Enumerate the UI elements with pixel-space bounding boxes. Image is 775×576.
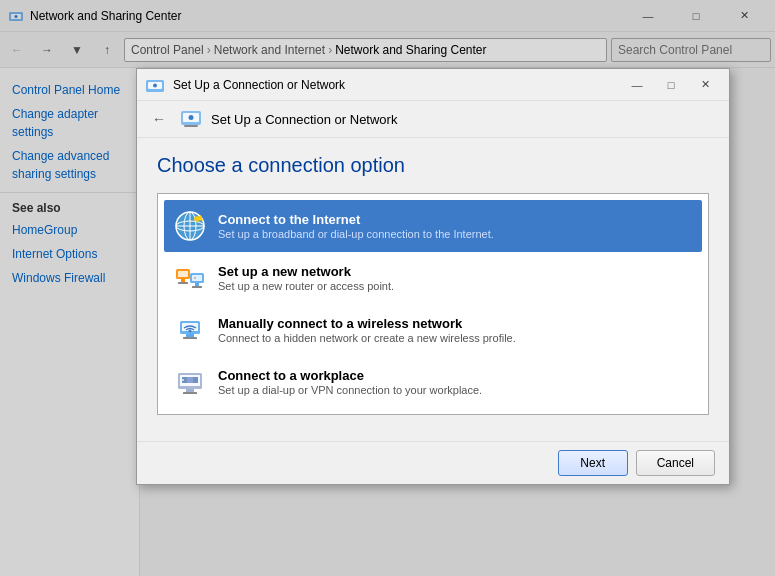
options-list: Connect to the Internet Set up a broadba… [157, 193, 709, 415]
option-internet-icon [172, 208, 208, 244]
dialog-title-bar: Set Up a Connection or Network — □ ✕ [137, 69, 729, 101]
svg-rect-24 [192, 286, 202, 288]
option-wireless-title: Manually connect to a wireless network [218, 316, 516, 331]
dialog-controls: — □ ✕ [621, 72, 721, 98]
dialog-maximize-button[interactable]: □ [655, 72, 687, 98]
dialog-icon [145, 75, 165, 95]
dialog-footer: Next Cancel [137, 441, 729, 484]
svg-rect-29 [186, 334, 194, 337]
svg-rect-38 [182, 379, 184, 381]
main-window: Network and Sharing Center — □ ✕ ← → ▼ ↑… [0, 0, 775, 576]
dialog-nav: ← Set Up a Connection or Network [137, 101, 729, 138]
dialog-minimize-button[interactable]: — [621, 72, 653, 98]
svg-rect-23 [195, 283, 199, 286]
svg-rect-19 [181, 279, 185, 282]
svg-rect-9 [184, 125, 198, 127]
option-internet-title: Connect to the Internet [218, 212, 494, 227]
modal-overlay: Set Up a Connection or Network — □ ✕ ← [0, 0, 775, 576]
option-wireless-icon [172, 312, 208, 348]
option-internet[interactable]: Connect to the Internet Set up a broadba… [164, 200, 702, 252]
svg-rect-34 [183, 392, 197, 394]
option-workplace-text: Connect to a workplace Set up a dial-up … [218, 368, 482, 396]
option-wireless[interactable]: Manually connect to a wireless network C… [164, 304, 702, 356]
dialog-back-button[interactable]: ← [147, 107, 171, 131]
option-internet-text: Connect to the Internet Set up a broadba… [218, 212, 494, 240]
svg-rect-20 [178, 282, 188, 284]
option-network-icon [172, 260, 208, 296]
svg-point-5 [153, 83, 157, 87]
svg-point-28 [189, 330, 192, 333]
svg-rect-33 [186, 389, 194, 392]
option-network-desc: Set up a new router or access point. [218, 280, 394, 292]
svg-rect-18 [178, 271, 188, 277]
dialog-body: Choose a connection option [137, 138, 729, 441]
cancel-button[interactable]: Cancel [636, 450, 715, 476]
svg-point-8 [189, 115, 194, 120]
option-workplace[interactable]: Connect to a workplace Set up a dial-up … [164, 356, 702, 408]
dialog-nav-icon [179, 107, 203, 131]
dialog-heading: Choose a connection option [157, 154, 709, 177]
option-workplace-desc: Set up a dial-up or VPN connection to yo… [218, 384, 482, 396]
dialog-nav-title: Set Up a Connection or Network [211, 112, 397, 127]
option-wireless-text: Manually connect to a wireless network C… [218, 316, 516, 344]
option-network-title: Set up a new network [218, 264, 394, 279]
option-wireless-desc: Connect to a hidden network or create a … [218, 332, 516, 344]
option-network-text: Set up a new network Set up a new router… [218, 264, 394, 292]
setup-dialog: Set Up a Connection or Network — □ ✕ ← [136, 68, 730, 485]
option-workplace-title: Connect to a workplace [218, 368, 482, 383]
dialog-close-button[interactable]: ✕ [689, 72, 721, 98]
dialog-title: Set Up a Connection or Network [173, 78, 621, 92]
svg-rect-30 [183, 337, 197, 339]
svg-point-16 [194, 216, 200, 222]
option-workplace-icon [172, 364, 208, 400]
next-button[interactable]: Next [558, 450, 628, 476]
option-new-network[interactable]: Set up a new network Set up a new router… [164, 252, 702, 304]
svg-rect-37 [187, 377, 193, 383]
option-internet-desc: Set up a broadband or dial-up connection… [218, 228, 494, 240]
